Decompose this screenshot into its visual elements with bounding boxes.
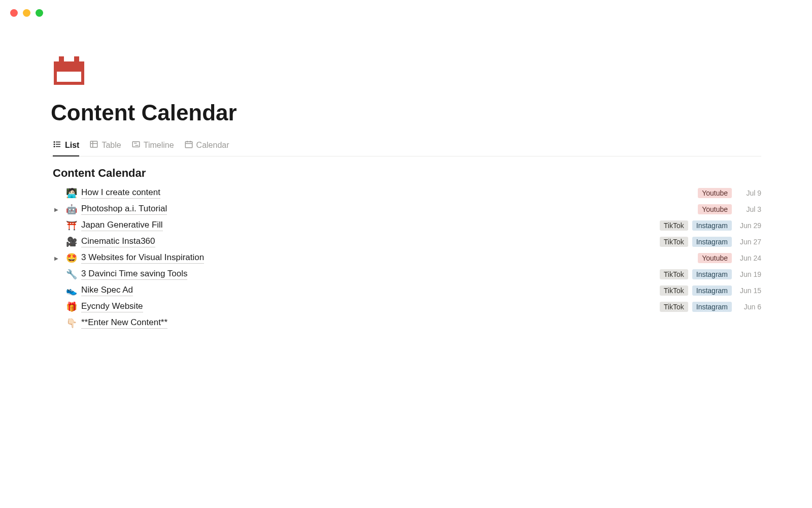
list-item[interactable]: 🎁Eycndy WebsiteTikTokInstagramJun 6 (51, 299, 761, 315)
tag-instagram[interactable]: Instagram (692, 285, 732, 296)
item-title[interactable]: Cinematic Insta360 (81, 236, 155, 247)
tag-instagram[interactable]: Instagram (692, 220, 732, 231)
tab-calendar[interactable]: Calendar (184, 136, 229, 156)
tab-label: List (65, 141, 79, 150)
content-list: 🧑🏻‍💻How I create contentYoutubeJul 9▶🤖Ph… (51, 185, 761, 331)
item-emoji-icon: 🎁 (66, 301, 77, 312)
svg-point-3 (54, 142, 55, 143)
tab-table[interactable]: Table (89, 136, 121, 156)
database-title[interactable]: Content Calendar (53, 167, 761, 180)
tag-tiktok[interactable]: TikTok (660, 220, 688, 231)
item-emoji-icon: 🧑🏻‍💻 (66, 187, 77, 199)
window-close-button[interactable] (10, 9, 18, 17)
svg-rect-12 (185, 142, 192, 148)
page-title[interactable]: Content Calendar (51, 100, 761, 125)
tag-instagram[interactable]: Instagram (692, 237, 732, 247)
item-emoji-icon: 👟 (66, 285, 77, 296)
svg-rect-6 (91, 141, 98, 147)
tag-tiktok[interactable]: TikTok (660, 285, 688, 296)
item-emoji-icon: 👇🏻 (66, 318, 77, 329)
tab-label: Calendar (196, 141, 229, 150)
item-title[interactable]: Nike Spec Ad (81, 285, 133, 296)
item-tags: Youtube (698, 253, 732, 263)
svg-point-5 (54, 146, 55, 147)
tag-tiktok[interactable]: TikTok (660, 237, 688, 247)
item-date: Jul 3 (737, 205, 761, 213)
tag-instagram[interactable]: Instagram (692, 269, 732, 279)
toggle-icon[interactable]: ▶ (51, 207, 62, 212)
svg-rect-9 (132, 142, 140, 147)
item-emoji-icon: 🤖 (66, 204, 77, 215)
item-title[interactable]: **Enter New Content** (81, 318, 167, 329)
tag-tiktok[interactable]: TikTok (660, 269, 688, 279)
tab-label: Table (101, 141, 121, 150)
list-item[interactable]: ▶🤩3 Websites for Visual InspirationYoutu… (51, 250, 761, 266)
view-tabs: ListTableTimelineCalendar (51, 136, 761, 156)
tag-instagram[interactable]: Instagram (692, 302, 732, 312)
window-zoom-button[interactable] (36, 9, 43, 17)
page-icon-calendar[interactable] (54, 56, 84, 85)
list-item[interactable]: ⛩️Japan Generative FillTikTokInstagramJu… (51, 217, 761, 234)
list-item[interactable]: 🔧3 Davinci Time saving ToolsTikTokInstag… (51, 266, 761, 282)
tab-timeline[interactable]: Timeline (131, 136, 174, 156)
item-emoji-icon: 🎥 (66, 236, 77, 247)
item-date: Jun 24 (737, 254, 761, 262)
item-title[interactable]: Japan Generative Fill (81, 220, 163, 231)
list-item[interactable]: ▶🤖Photoshop a.i. TutorialYoutubeJul 3 (51, 201, 761, 217)
item-title[interactable]: Photoshop a.i. Tutorial (81, 204, 167, 215)
table-view-icon (89, 140, 98, 151)
tag-youtube[interactable]: Youtube (698, 253, 732, 263)
toggle-icon[interactable]: ▶ (51, 256, 62, 261)
item-tags: TikTokInstagram (660, 269, 732, 279)
timeline-view-icon (131, 140, 141, 151)
item-tags: TikTokInstagram (660, 285, 732, 296)
item-tags: Youtube (698, 188, 732, 198)
item-date: Jun 15 (737, 287, 761, 295)
page-container: Content Calendar ListTableTimelineCalend… (0, 26, 812, 331)
item-title[interactable]: 3 Websites for Visual Inspiration (81, 252, 204, 264)
item-date: Jul 9 (737, 189, 761, 197)
item-date: Jun 29 (737, 221, 761, 230)
item-date: Jun 6 (737, 303, 761, 311)
window-traffic-lights (0, 0, 812, 26)
list-item[interactable]: 🎥Cinematic Insta360TikTokInstagramJun 27 (51, 234, 761, 250)
list-item[interactable]: 👇🏻**Enter New Content** (51, 315, 761, 331)
item-date: Jun 27 (737, 238, 761, 246)
window-minimize-button[interactable] (23, 9, 30, 17)
list-item[interactable]: 👟Nike Spec AdTikTokInstagramJun 15 (51, 282, 761, 299)
item-emoji-icon: 🤩 (66, 252, 77, 264)
item-tags: TikTokInstagram (660, 220, 732, 231)
tab-label: Timeline (144, 141, 174, 150)
item-title[interactable]: How I create content (81, 187, 160, 199)
item-date: Jun 19 (737, 270, 761, 278)
tab-list[interactable]: List (53, 136, 79, 156)
item-title[interactable]: Eycndy Website (81, 301, 143, 312)
item-emoji-icon: ⛩️ (66, 220, 77, 231)
tag-tiktok[interactable]: TikTok (660, 302, 688, 312)
item-tags: TikTokInstagram (660, 237, 732, 247)
tag-youtube[interactable]: Youtube (698, 204, 732, 214)
item-emoji-icon: 🔧 (66, 269, 77, 280)
item-title[interactable]: 3 Davinci Time saving Tools (81, 269, 187, 280)
calendar-view-icon (184, 140, 193, 151)
item-tags: TikTokInstagram (660, 302, 732, 312)
list-view-icon (53, 140, 62, 151)
item-tags: Youtube (698, 204, 732, 214)
list-item[interactable]: 🧑🏻‍💻How I create contentYoutubeJul 9 (51, 185, 761, 201)
tag-youtube[interactable]: Youtube (698, 188, 732, 198)
svg-point-4 (54, 144, 55, 145)
